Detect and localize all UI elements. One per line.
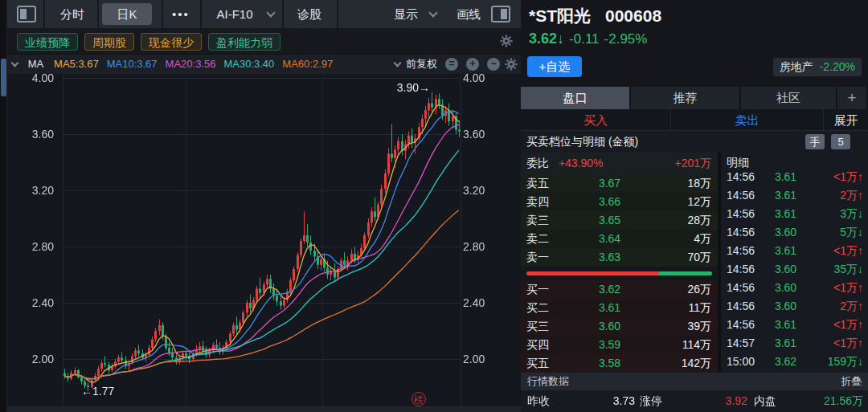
collapse-left-panel-icon[interactable] bbox=[17, 6, 36, 22]
trade-actions-row: 买入 卖出 展开 bbox=[521, 109, 868, 131]
price-change-pct: -2.95% bbox=[604, 31, 648, 47]
add-tab-button[interactable]: + bbox=[837, 87, 868, 109]
left-edge-scrollbar[interactable] bbox=[0, 0, 7, 412]
sell-ratio-bar bbox=[659, 271, 712, 275]
trade-detail-row[interactable]: 14:573.61<1万↑ bbox=[721, 334, 868, 353]
y-axis-tick-label: 4.00 bbox=[463, 71, 502, 84]
unit-hand-badge[interactable]: 手 bbox=[805, 134, 825, 149]
stock-code: 000608 bbox=[605, 6, 661, 25]
ask-row[interactable]: 卖四3.6612万 bbox=[521, 193, 718, 211]
weibi-ratio-bar bbox=[521, 267, 718, 280]
high-price-annotation: 3.90→ bbox=[366, 81, 430, 94]
fold-button[interactable]: 折叠 bbox=[841, 373, 862, 390]
stock-tag-chip[interactable]: 盈利能力弱 bbox=[208, 33, 280, 51]
bid-row[interactable]: 买四3.59114万 bbox=[521, 336, 718, 354]
last-price: 3.62 bbox=[529, 31, 557, 47]
ask-row[interactable]: 卖一3.6370万 bbox=[521, 248, 718, 267]
inner-volume-value: 21.56万 bbox=[824, 390, 863, 412]
market-data-title: 行情数据 bbox=[527, 375, 569, 387]
buy-button[interactable]: 买入 bbox=[521, 109, 671, 130]
kline-canvas[interactable] bbox=[7, 74, 521, 412]
bid-row[interactable]: 买三3.6039万 bbox=[521, 317, 718, 336]
zoom-out-icon[interactable]: − bbox=[487, 58, 500, 71]
tags-settings-gear-icon[interactable] bbox=[500, 35, 513, 47]
stock-header: *ST阳光000608 3.62↓-0.11-2.95% +自选 房地产-2.2… bbox=[521, 0, 868, 87]
add-watchlist-button[interactable]: +自选 bbox=[527, 56, 582, 77]
chart-bottom-handle[interactable] bbox=[7, 406, 521, 412]
weibi-label: 委比 bbox=[526, 157, 549, 169]
sell-button[interactable]: 卖出 bbox=[671, 109, 824, 130]
prev-close-label: 昨收 bbox=[527, 390, 550, 412]
stock-title: *ST阳光000608 bbox=[529, 5, 661, 27]
display-menu[interactable]: 显示 bbox=[390, 0, 422, 28]
trade-detail-row[interactable]: 14:563.61<1万↑ bbox=[721, 242, 868, 260]
ma-collapse-chevron-icon[interactable] bbox=[11, 59, 19, 67]
stock-app-window: 分时 日K ••• AI-F10 诊股 显示 画线 业绩预降周期股现金很少盈利能… bbox=[0, 0, 868, 412]
ma-value-label: MA20:3.56 bbox=[166, 58, 216, 70]
scale-reset-icon[interactable]: = bbox=[445, 58, 458, 71]
trade-detail-row[interactable]: 15:003.62159万↓ bbox=[721, 353, 868, 371]
y-axis-tick-label: 2.00 bbox=[15, 353, 54, 365]
tab-recommend[interactable]: 推荐 bbox=[631, 87, 741, 109]
bid-row[interactable]: 买一3.6226万 bbox=[521, 280, 718, 299]
sector-chip[interactable]: 房地产-2.20% bbox=[773, 58, 862, 76]
more-periods-button[interactable]: ••• bbox=[165, 0, 197, 28]
ma-value-label: MA10:3.67 bbox=[107, 58, 158, 70]
ma-value-label: MA5:3.67 bbox=[54, 58, 99, 70]
zoom-in-icon[interactable]: + bbox=[466, 58, 479, 71]
ma-values: MA5:3.67MA10:3.67MA20:3.56MA30:3.40MA60:… bbox=[54, 58, 341, 70]
trade-detail-row[interactable]: 14:563.613万↓ bbox=[721, 205, 868, 223]
trade-detail-row[interactable]: 14:563.612万↑ bbox=[721, 186, 868, 205]
y-axis-tick-label: 3.60 bbox=[15, 128, 54, 141]
chart-settings-gear-icon[interactable] bbox=[505, 58, 518, 71]
tab-minute[interactable]: 分时 bbox=[49, 0, 96, 28]
tab-daily-k[interactable]: 日K bbox=[102, 3, 152, 25]
ranking-stamp-icon[interactable]: 榜 bbox=[411, 392, 426, 406]
inner-volume-label: 内盘 bbox=[754, 390, 776, 412]
trade-detail-row[interactable]: 14:563.602万↑ bbox=[721, 297, 868, 316]
stock-name: *ST阳光 bbox=[529, 6, 591, 25]
y-axis-tick-label: 2.40 bbox=[15, 296, 54, 309]
level-count-badge[interactable]: 5 bbox=[831, 134, 850, 149]
bid-row[interactable]: 买二3.6111万 bbox=[521, 299, 718, 317]
y-axis-tick-label: 2.80 bbox=[463, 240, 502, 253]
trade-detail-row[interactable]: 14:563.6035万↓ bbox=[721, 260, 868, 279]
ai-f10-caret-icon[interactable] bbox=[260, 0, 276, 28]
expand-right-panel-icon[interactable] bbox=[491, 6, 510, 22]
adjust-mode-dropdown[interactable]: 前复权 bbox=[395, 55, 437, 74]
draw-line-button[interactable]: 画线 bbox=[451, 0, 486, 28]
trade-detail-row[interactable]: 14:563.60<1万↑ bbox=[721, 279, 868, 297]
y-axis-tick-label: 4.00 bbox=[15, 71, 54, 84]
tab-order-book[interactable]: 盘口 bbox=[521, 87, 631, 109]
tab-diagnose[interactable]: 诊股 bbox=[290, 0, 329, 28]
bid-row[interactable]: 买五3.58142万 bbox=[521, 354, 718, 373]
kline-chart-area: 4.003.603.202.802.402.00 4.003.603.202.8… bbox=[7, 74, 521, 412]
tab-community[interactable]: 社区 bbox=[741, 87, 837, 109]
panel-tabs: 盘口 推荐 社区 + bbox=[521, 87, 868, 109]
stock-tag-chip[interactable]: 业绩预降 bbox=[17, 33, 78, 51]
trade-detail-row[interactable]: 14:563.605万↓ bbox=[721, 223, 868, 242]
stock-tag-chip[interactable]: 周期股 bbox=[84, 33, 134, 51]
trade-detail-row[interactable]: 14:563.61<1万↑ bbox=[721, 172, 868, 186]
ask-row[interactable]: 卖五3.6718万 bbox=[521, 174, 718, 193]
market-data-row: 昨收 3.73 涨停 3.92 内盘 21.56万 bbox=[521, 390, 868, 412]
price-row: 3.62↓-0.11-2.95% bbox=[529, 31, 647, 47]
indicator-name: MA bbox=[28, 58, 43, 70]
market-data-band: 行情数据 折叠 bbox=[521, 373, 868, 390]
expand-button[interactable]: 展开 bbox=[824, 109, 868, 130]
trade-detail-row[interactable]: 14:563.61<1万↑ bbox=[721, 316, 868, 334]
stock-tags-row: 业绩预降周期股现金很少盈利能力弱 bbox=[7, 28, 521, 55]
display-caret-icon[interactable] bbox=[422, 0, 438, 28]
trade-details[interactable]: 14:563.61<1万↑14:563.612万↑14:563.613万↓14:… bbox=[721, 172, 868, 373]
limit-up-label: 涨停 bbox=[640, 390, 662, 412]
scrollbar-thumb[interactable] bbox=[1, 59, 6, 96]
ask-row[interactable]: 卖三3.6528万 bbox=[521, 211, 718, 230]
ask-row[interactable]: 卖二3.644万 bbox=[521, 230, 718, 248]
buy-ratio-bar bbox=[526, 271, 659, 275]
weibi-row: 委比 +43.90% +201万 bbox=[521, 153, 718, 174]
tab-ai-f10[interactable]: AI-F10 bbox=[210, 0, 260, 28]
price-change: -0.11 bbox=[569, 31, 600, 47]
stock-tag-chip[interactable]: 现金很少 bbox=[141, 33, 202, 51]
y-axis-tick-label: 2.80 bbox=[15, 240, 54, 253]
sector-name[interactable]: 房地产 bbox=[780, 60, 813, 73]
